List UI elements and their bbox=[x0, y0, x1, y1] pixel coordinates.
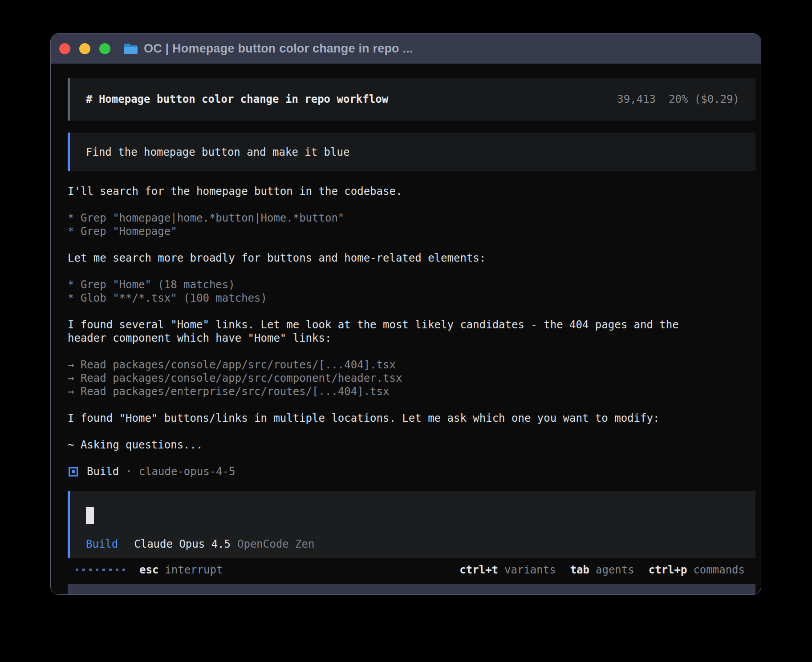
token-count: 39,413 bbox=[617, 93, 656, 105]
hint-agents-label: agents bbox=[596, 564, 634, 576]
user-message: Find the homepage button and make it blu… bbox=[68, 133, 755, 171]
status-separator: · bbox=[126, 465, 132, 478]
terminal-content: # Homepage button color change in repo w… bbox=[51, 64, 761, 594]
conversation-line: → Read packages/console/app/src/routes/[… bbox=[68, 358, 755, 371]
activity-dot bbox=[109, 569, 112, 571]
titlebar: OC | Homepage button color change in rep… bbox=[51, 34, 761, 64]
conversation-line bbox=[68, 265, 755, 278]
conversation-line bbox=[68, 398, 755, 412]
session-stats: 39,413 20% ($0.29) bbox=[617, 93, 739, 105]
conversation-line: → Read packages/enterprise/src/routes/[.… bbox=[68, 385, 755, 398]
hint-variants-label: variants bbox=[504, 564, 556, 576]
model-id: claude-opus-4-5 bbox=[139, 465, 235, 478]
hint-commands: ctrl+p commands bbox=[649, 564, 745, 576]
input-model-label: Claude Opus 4.5 bbox=[134, 538, 231, 550]
activity-dot bbox=[102, 569, 105, 571]
window-bottom-strip bbox=[68, 584, 755, 594]
activity-dot bbox=[89, 569, 92, 571]
footer-hints: esc interrupt ctrl+t variants tab agents… bbox=[68, 564, 755, 576]
activity-dots bbox=[76, 569, 125, 571]
agent-icon bbox=[69, 467, 78, 476]
activity-dot bbox=[82, 569, 85, 571]
agent-name: Build bbox=[87, 465, 119, 478]
conversation-line: * Glob "**/*.tsx" (100 matches) bbox=[68, 291, 755, 305]
folder-icon bbox=[123, 43, 138, 55]
activity-dot bbox=[76, 569, 78, 571]
input-agent-label: Build bbox=[86, 538, 118, 550]
footer-right-hints: ctrl+t variants tab agents ctrl+p comman… bbox=[459, 564, 745, 576]
conversation-line: ~ Asking questions... bbox=[68, 438, 755, 452]
user-message-text: Find the homepage button and make it blu… bbox=[86, 146, 349, 158]
input-provider-label: OpenCode Zen bbox=[237, 538, 314, 550]
hint-interrupt: esc interrupt bbox=[139, 564, 223, 576]
close-button[interactable] bbox=[59, 43, 70, 54]
conversation-line: header component which have "Home" links… bbox=[68, 331, 755, 345]
conversation-line: I found "Home" buttons/links in multiple… bbox=[68, 412, 755, 425]
conversation-line bbox=[68, 305, 755, 318]
activity-dot bbox=[122, 569, 125, 571]
conversation-line bbox=[68, 198, 755, 211]
prompt-input[interactable]: Build Claude Opus 4.5 OpenCode Zen bbox=[68, 491, 755, 558]
agent-status-row: Build · claude-opus-4-5 bbox=[68, 465, 755, 478]
context-cost: 20% ($0.29) bbox=[669, 93, 739, 105]
conversation: I'll search for the homepage button in t… bbox=[68, 185, 755, 452]
minimize-button[interactable] bbox=[79, 43, 90, 54]
hint-commands-key: ctrl+p bbox=[649, 564, 687, 576]
conversation-line: * Grep "Homepage" bbox=[68, 225, 755, 238]
hint-variants: ctrl+t variants bbox=[459, 564, 556, 576]
conversation-line: * Grep "Home" (18 matches) bbox=[68, 278, 755, 291]
hint-agents: tab agents bbox=[570, 564, 634, 576]
conversation-line: * Grep "homepage|home.*button|Home.*butt… bbox=[68, 211, 755, 225]
hint-agents-key: tab bbox=[570, 564, 589, 576]
activity-dot bbox=[96, 569, 98, 571]
zoom-button[interactable] bbox=[99, 43, 110, 54]
hint-variants-key: ctrl+t bbox=[459, 564, 498, 576]
traffic-lights bbox=[59, 43, 110, 54]
window-title: OC | Homepage button color change in rep… bbox=[144, 42, 413, 56]
conversation-line bbox=[68, 238, 755, 251]
conversation-line: I'll search for the homepage button in t… bbox=[68, 185, 755, 198]
activity-dot bbox=[116, 569, 118, 571]
conversation-line: I found several "Home" links. Let me loo… bbox=[68, 318, 755, 331]
conversation-line bbox=[68, 345, 755, 358]
input-meta: Build Claude Opus 4.5 OpenCode Zen bbox=[86, 538, 739, 550]
conversation-line: Let me search more broadly for buttons a… bbox=[68, 251, 755, 265]
conversation-line: → Read packages/console/app/src/componen… bbox=[68, 371, 755, 385]
session-header: # Homepage button color change in repo w… bbox=[68, 78, 755, 121]
text-cursor bbox=[86, 507, 94, 524]
app-window: OC | Homepage button color change in rep… bbox=[50, 33, 761, 595]
hint-commands-label: commands bbox=[693, 564, 745, 576]
hint-interrupt-key: esc bbox=[139, 564, 158, 576]
session-title: # Homepage button color change in repo w… bbox=[86, 93, 388, 105]
conversation-line bbox=[68, 425, 755, 438]
hint-interrupt-label: interrupt bbox=[165, 564, 223, 576]
